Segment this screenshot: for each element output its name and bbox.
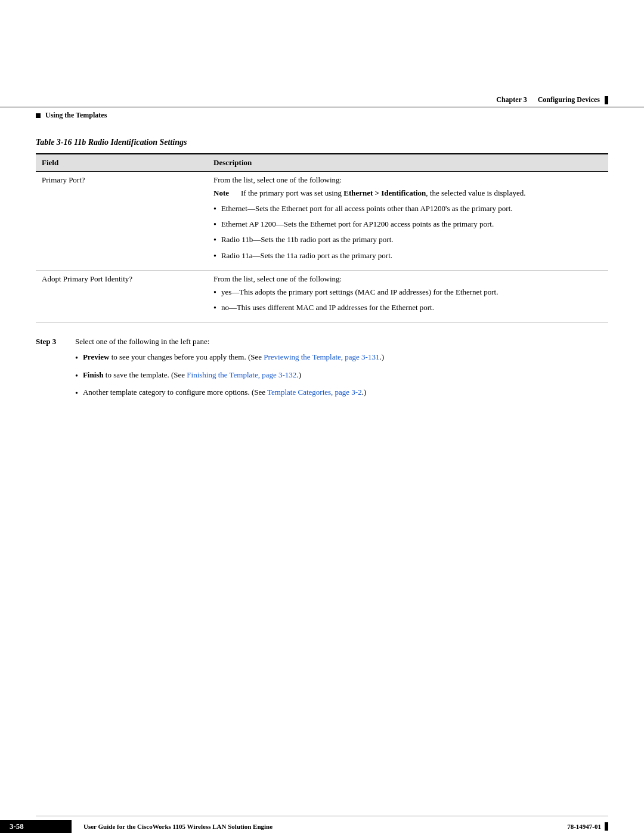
col-field-header: Field: [36, 154, 208, 172]
page-header: Chapter 3 Configuring Devices: [0, 0, 644, 107]
step-bullet-1: Preview to see your changes before you a…: [83, 352, 384, 362]
finish-text: to save the template. (See: [104, 370, 187, 379]
another-after: .): [362, 388, 367, 397]
desc-primary-port: From the list, select one of the followi…: [208, 172, 608, 271]
subheader: Using the Templates: [0, 107, 644, 132]
step-3-section: Step 3 Select one of the following in th…: [36, 337, 608, 405]
table-row: Adopt Primary Port Identity? From the li…: [36, 270, 608, 322]
preview-link[interactable]: Previewing the Template, page 3-131: [264, 352, 379, 361]
step-intro: Select one of the following in the left …: [75, 337, 608, 346]
page-footer: 3-58 User Guide for the CiscoWorks 1105 …: [0, 816, 644, 833]
footer-page-bar: 3-58: [0, 820, 72, 833]
list-item: Preview to see your changes before you a…: [75, 352, 608, 364]
note-text-before: If the primary port was set using: [241, 188, 343, 197]
finish-link[interactable]: Finishing the Template, page 3-132: [187, 370, 296, 379]
field-primary-port: Primary Port?: [36, 172, 208, 271]
table-row: Primary Port? From the list, select one …: [36, 172, 608, 271]
subheader-square-icon: [36, 113, 41, 118]
header-chapter-text: Chapter 3 Configuring Devices: [496, 95, 600, 104]
step-bullet-list: Preview to see your changes before you a…: [75, 352, 608, 400]
note-text: If the primary port was set using Ethern…: [241, 188, 525, 198]
footer-bar-icon: [605, 822, 608, 831]
list-item: yes—This adopts the primary port setting…: [213, 287, 602, 298]
list-item: Another template category to configure m…: [75, 388, 608, 400]
note-label: Note: [213, 188, 235, 198]
primary-port-bullets: Ethernet—Sets the Ethernet port for all …: [213, 204, 602, 262]
list-item: no—This uses different MAC and IP addres…: [213, 303, 602, 314]
field-adopt-port: Adopt Primary Port Identity?: [36, 270, 208, 322]
doc-number-text: 78-14947-01: [567, 823, 601, 830]
preview-after: .): [379, 352, 384, 361]
list-item: Finish to save the template. (See Finish…: [75, 370, 608, 382]
another-text: Another template category to configure m…: [83, 388, 267, 397]
finish-bold: Finish: [83, 370, 104, 379]
subheader-label: Using the Templates: [45, 111, 107, 120]
list-item: Radio 11a—Sets the 11a radio port as the…: [213, 251, 602, 262]
preview-text: to see your changes before you apply the…: [109, 352, 264, 361]
desc-intro-2: From the list, select one of the followi…: [213, 274, 602, 284]
desc-intro: From the list, select one of the followi…: [213, 175, 602, 185]
note-text-after: , the selected value is displayed.: [426, 188, 525, 197]
template-cat-link[interactable]: Template Categories, page 3-2: [267, 388, 362, 397]
chapter-label: Chapter 3: [496, 95, 527, 104]
section-label: Configuring Devices: [538, 95, 600, 104]
page-number: 3-58: [10, 822, 24, 831]
adopt-port-bullets: yes—This adopts the primary port setting…: [213, 287, 602, 314]
main-content: Table 3-16 11b Radio Identification Sett…: [0, 132, 644, 429]
col-description-header: Description: [208, 154, 608, 172]
list-item: Ethernet—Sets the Ethernet port for all …: [213, 204, 602, 215]
footer-doc-title: User Guide for the CiscoWorks 1105 Wirel…: [83, 823, 273, 830]
footer-doc-number: 78-14947-01: [567, 822, 608, 831]
list-item: Ethernet AP 1200—Sets the Ethernet port …: [213, 219, 602, 230]
identification-settings-table: Field Description Primary Port? From the…: [36, 153, 608, 323]
page: Chapter 3 Configuring Devices Using the …: [0, 0, 644, 833]
list-item: Radio 11b—Sets the 11b radio port as the…: [213, 235, 602, 246]
step-label: Step 3: [36, 337, 66, 346]
desc-adopt-port: From the list, select one of the followi…: [208, 270, 608, 322]
finish-after: .): [296, 370, 301, 379]
table-title: Table 3-16 11b Radio Identification Sett…: [36, 138, 608, 147]
step-content: Select one of the following in the left …: [75, 337, 608, 405]
preview-bold: Preview: [83, 352, 110, 361]
note-block: Note If the primary port was set using E…: [213, 188, 602, 198]
step-bullet-2: Finish to save the template. (See Finish…: [83, 370, 301, 380]
step-bullet-3: Another template category to configure m…: [83, 388, 366, 397]
note-bold: Ethernet > Identification: [343, 188, 426, 197]
header-bar-icon: [605, 96, 608, 104]
